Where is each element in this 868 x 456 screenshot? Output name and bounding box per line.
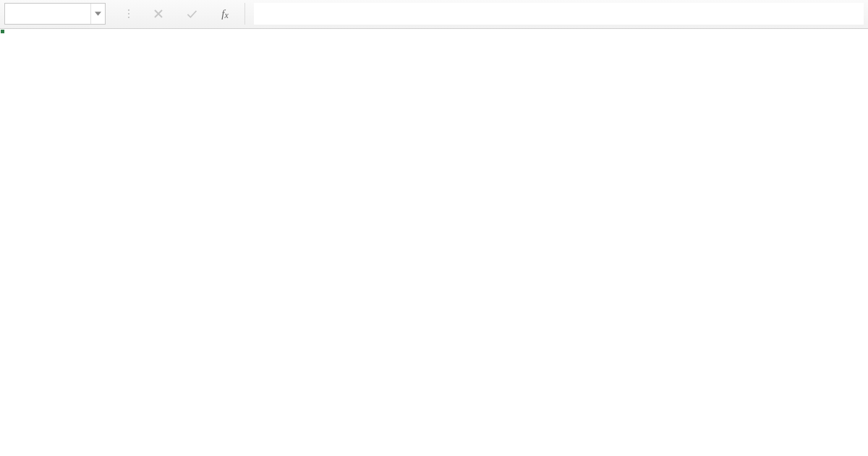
- insert-function-button[interactable]: fx: [208, 3, 242, 25]
- enter-button[interactable]: [175, 3, 208, 25]
- worksheet[interactable]: [0, 29, 868, 457]
- fill-handle[interactable]: [0, 29, 5, 34]
- formula-bar: fx: [0, 0, 868, 29]
- excel-window: fx: [0, 0, 868, 456]
- formula-input[interactable]: [254, 3, 864, 25]
- name-box-dropdown-icon[interactable]: [90, 4, 105, 24]
- name-box[interactable]: [4, 3, 106, 25]
- formula-bar-grip-icon: [123, 9, 135, 18]
- cancel-button[interactable]: [142, 3, 175, 25]
- formula-bar-divider: [244, 3, 245, 25]
